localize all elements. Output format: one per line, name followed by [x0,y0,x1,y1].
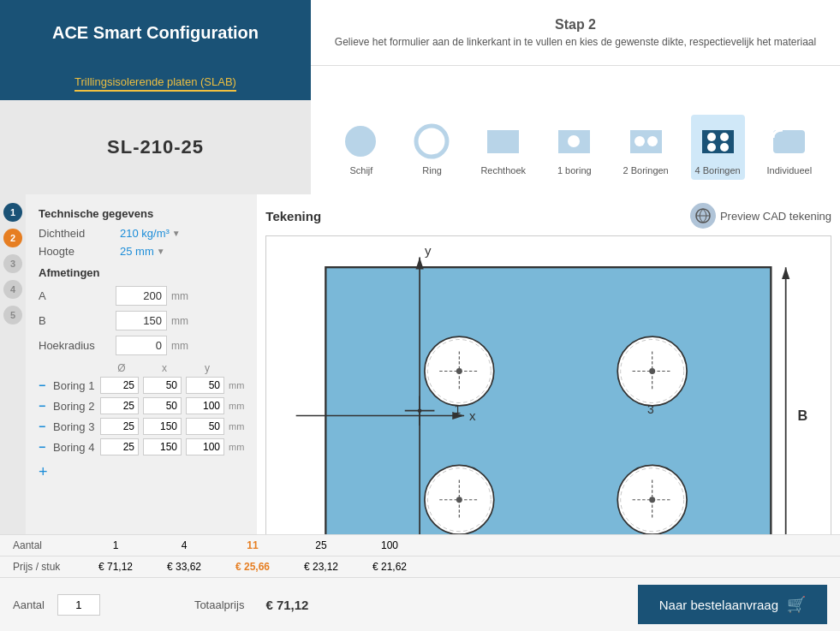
afmetingen-title: Afmetingen [39,266,244,279]
hoekradius-input[interactable] [116,336,167,355]
svg-text:4: 4 [647,533,654,534]
shape-selector: Schijf Ring Rechthoek [319,115,831,180]
svg-point-7 [647,136,658,146]
boring-2-diameter[interactable] [100,397,139,414]
pricing-aantal-4: 4 [150,539,218,551]
b-input[interactable] [116,311,167,330]
hoogte-arrow[interactable]: ▼ [157,247,165,256]
category-label: Trillingsisolerende platen (SLAB) [74,75,236,92]
2boringen-label: 2 Boringen [623,165,669,176]
right-panel: Tekening Preview CAD tekening [257,194,840,534]
stap-title: Stap 2 [555,17,596,33]
boring-1-diameter[interactable] [100,377,139,394]
boring-2-y[interactable] [186,397,224,414]
total-label: Totaalprijs [194,598,245,611]
boring-3-diameter[interactable] [100,418,139,435]
order-row: Aantal Totaalprijs € 71,12 Naar bestelaa… [0,578,840,631]
step-2[interactable]: 2 [3,229,22,247]
svg-point-4 [568,135,580,147]
step-4[interactable]: 4 [3,280,22,299]
svg-text:B: B [798,408,808,423]
order-aantal-input[interactable] [57,594,100,616]
svg-marker-18 [782,267,789,279]
form-area: Technische gegevens Dichtheid 210 kg/m³ … [26,194,257,534]
header-left: ACE Smart Configuration [0,0,311,66]
cad-icon [690,203,716,229]
schijf-icon [339,119,384,164]
prijs-row: Prijs / stuk € 71,12 € 33,62 € 25,66 € 2… [0,557,840,578]
svg-marker-29 [416,258,424,270]
aantal-col-label: Aantal [13,539,81,551]
boring-1-y[interactable] [186,377,224,394]
order-left: Aantal Totaalprijs € 71,12 [13,594,308,616]
shape-rechthoek[interactable]: Rechthoek [476,115,530,180]
ring-label: Ring [422,165,442,176]
boring-2-row: − Boring 2 mm [39,397,244,414]
svg-rect-2 [487,130,519,153]
drawing-area: B A x y [265,235,831,534]
svg-rect-13 [773,130,805,153]
boring-4-y[interactable] [186,438,224,455]
schijf-label: Schijf [349,165,372,176]
shape-schijf[interactable]: Schijf [335,115,388,180]
hoogte-label: Hoogte [39,245,116,258]
step-5[interactable]: 5 [3,306,22,324]
shape-ring[interactable]: Ring [406,115,459,180]
step-3[interactable]: 3 [3,254,22,273]
boring-4-minus[interactable]: − [39,440,49,454]
shape-1boring[interactable]: 1 boring [548,115,601,180]
boring-3-minus[interactable]: − [39,420,49,433]
boring-4-diameter[interactable] [100,438,139,455]
svg-text:x: x [469,408,476,423]
pricing-row: Aantal 1 4 11 25 100 [0,535,840,557]
prijs-4: € 33,62 [150,561,218,573]
dichtheid-arrow[interactable]: ▼ [172,229,181,238]
boring-3-x[interactable] [143,418,182,435]
add-boring-btn[interactable]: + [39,463,48,481]
step-1[interactable]: 1 [3,203,22,222]
svg-text:1: 1 [455,402,462,416]
svg-rect-8 [702,130,734,153]
svg-text:3: 3 [647,402,654,416]
shape-4boringen[interactable]: 4 Boringen [691,115,745,180]
cad-btn[interactable]: Preview CAD tekening [690,203,831,229]
boring-2-x[interactable] [143,397,182,414]
shape-2boringen[interactable]: 2 Boringen [619,115,673,180]
technical-drawing: B A x y [266,236,831,534]
order-btn-label: Naar bestelaanvraag [659,598,778,612]
hoekradius-label: Hoekradius [39,339,116,352]
prijs-100: € 21,62 [355,561,424,573]
a-label: A [39,289,116,302]
hoogte-row: Hoogte 25 mm ▼ [39,245,244,258]
a-input[interactable] [116,286,167,306]
col-y: y [186,362,229,374]
4boringen-label: 4 Boringen [695,165,741,176]
boring-1-minus[interactable]: − [39,378,49,392]
header-right: Stap 2 Gelieve het formulier aan de link… [311,0,840,66]
shape-individueel[interactable]: Individueel [763,115,817,180]
sub-right [311,66,840,100]
boring-4-row: − Boring 4 mm [39,438,244,455]
app-title: ACE Smart Configuration [52,23,259,43]
technische-title: Technische gegevens [39,207,244,220]
prijs-25: € 23,12 [287,561,355,573]
boring-4-x[interactable] [143,438,182,455]
hoekradius-row: Hoekradius mm [39,336,244,355]
svg-point-10 [720,133,729,141]
rechthoek-label: Rechthoek [480,165,526,176]
boring-1-row: − Boring 1 mm [39,377,244,394]
hoogte-value: 25 mm [120,245,154,258]
boring-1-x[interactable] [143,377,182,394]
boring-2-minus[interactable]: − [39,399,49,413]
boring-3-y[interactable] [186,418,224,435]
svg-point-56 [650,497,656,503]
svg-rect-16 [326,267,771,534]
main-content: 1 2 3 4 5 Technische gegevens Dichtheid … [0,194,840,534]
pricing-aantal-25: 25 [287,539,355,551]
prijs-col-label: Prijs / stuk [13,561,81,573]
order-button[interactable]: Naar bestelaanvraag 🛒 [638,585,827,624]
dichtheid-row: Dichtheid 210 kg/m³ ▼ [39,227,244,240]
app-container: ACE Smart Configuration Stap 2 Gelieve h… [0,0,840,631]
b-label: B [39,314,116,327]
shape-selector-container: Schijf Ring Rechthoek [311,100,840,194]
